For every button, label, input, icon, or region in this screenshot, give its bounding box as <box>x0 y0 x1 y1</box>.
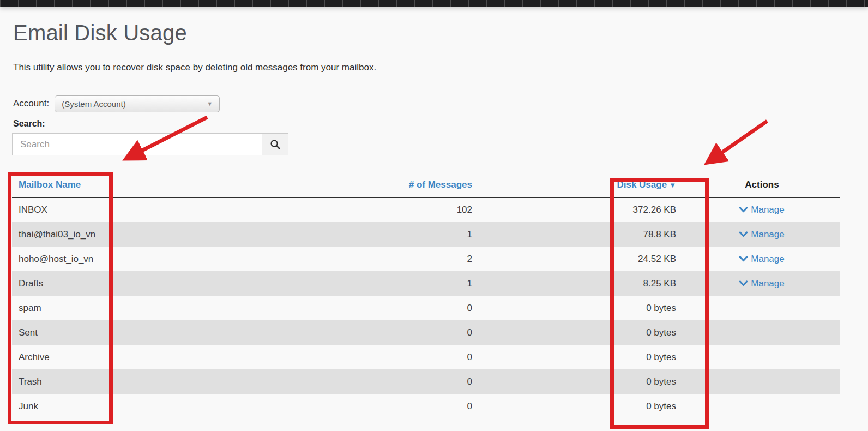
page-description: This utility allows you to recover disk … <box>13 62 840 73</box>
email-disk-usage-page: Email Disk Usage This utility allows you… <box>0 7 868 418</box>
search-group <box>12 133 288 155</box>
chevron-down-icon <box>739 205 748 216</box>
actions-cell <box>709 394 840 418</box>
mailbox-name-cell: spam <box>12 296 192 320</box>
manage-link[interactable]: Manage <box>739 229 784 240</box>
disk-usage-cell: 78.8 KB <box>480 222 709 247</box>
mailbox-table: Mailbox Name # of Messages Disk Usage▼ A… <box>12 175 840 418</box>
account-label: Account: <box>13 98 49 109</box>
messages-cell: 0 <box>192 369 480 394</box>
manage-link[interactable]: Manage <box>739 205 784 216</box>
manage-label: Manage <box>751 278 784 289</box>
actions-cell: Manage <box>709 197 840 222</box>
messages-cell: 0 <box>192 296 480 320</box>
top-bar <box>0 0 868 7</box>
disk-usage-cell: 0 bytes <box>480 369 709 394</box>
mailbox-name-cell: INBOX <box>12 197 192 222</box>
disk-usage-cell: 0 bytes <box>480 345 709 369</box>
mailbox-name-cell: Junk <box>12 394 192 418</box>
messages-cell: 0 <box>192 320 480 345</box>
table-row: Sent 0 0 bytes <box>12 320 840 345</box>
messages-cell: 1 <box>192 222 480 247</box>
actions-cell: Manage <box>709 222 840 247</box>
chevron-down-icon <box>739 278 748 289</box>
dropdown-arrow-icon: ▼ <box>207 100 213 107</box>
manage-link[interactable]: Manage <box>739 278 784 289</box>
messages-cell: 0 <box>192 394 480 418</box>
account-dropdown-value: (System Account) <box>62 99 126 109</box>
manage-label: Manage <box>751 229 784 240</box>
table-row: spam 0 0 bytes <box>12 296 840 320</box>
mailbox-name-cell: Drafts <box>12 271 192 296</box>
sort-desc-icon: ▼ <box>669 181 676 189</box>
messages-cell: 2 <box>192 247 480 271</box>
account-dropdown[interactable]: (System Account) ▼ <box>55 95 220 112</box>
table-header-row: Mailbox Name # of Messages Disk Usage▼ A… <box>12 175 840 197</box>
disk-usage-cell: 24.52 KB <box>480 247 709 271</box>
mailbox-name-cell: Archive <box>12 345 192 369</box>
disk-usage-cell: 0 bytes <box>480 320 709 345</box>
column-header-actions: Actions <box>709 175 840 197</box>
account-row: Account: (System Account) ▼ <box>13 95 840 112</box>
column-header-disk-usage[interactable]: Disk Usage▼ <box>480 175 709 197</box>
table-row: Archive 0 0 bytes <box>12 345 840 369</box>
messages-cell: 0 <box>192 345 480 369</box>
search-input[interactable] <box>12 133 262 155</box>
mailbox-name-cell: Trash <box>12 369 192 394</box>
search-label: Search: <box>13 119 840 129</box>
mailbox-name-cell: Sent <box>12 320 192 345</box>
search-button[interactable] <box>262 133 288 155</box>
disk-usage-cell: 8.25 KB <box>480 271 709 296</box>
actions-cell <box>709 320 840 345</box>
chevron-down-icon <box>739 229 748 240</box>
disk-usage-cell: 0 bytes <box>480 394 709 418</box>
disk-usage-cell: 372.26 KB <box>480 197 709 222</box>
column-header-messages[interactable]: # of Messages <box>192 175 480 197</box>
table-row: thai@thai03_io_vn 1 78.8 KB Manage <box>12 222 840 247</box>
table-row: Junk 0 0 bytes <box>12 394 840 418</box>
actions-cell <box>709 369 840 394</box>
mailbox-name-cell: hoho@host_io_vn <box>12 247 192 271</box>
table-row: hoho@host_io_vn 2 24.52 KB Manage <box>12 247 840 271</box>
mailbox-name-cell: thai@thai03_io_vn <box>12 222 192 247</box>
page-title: Email Disk Usage <box>13 20 840 45</box>
disk-usage-cell: 0 bytes <box>480 296 709 320</box>
manage-label: Manage <box>751 254 784 265</box>
actions-cell: Manage <box>709 247 840 271</box>
manage-link[interactable]: Manage <box>739 254 784 265</box>
table-row: Drafts 1 8.25 KB Manage <box>12 271 840 296</box>
magnifier-icon <box>270 139 280 149</box>
actions-cell <box>709 296 840 320</box>
messages-cell: 102 <box>192 197 480 222</box>
chevron-down-icon <box>739 254 748 265</box>
actions-cell <box>709 345 840 369</box>
manage-label: Manage <box>751 205 784 216</box>
mailbox-table-body: INBOX 102 372.26 KB Manage thai@thai03_i… <box>12 197 840 418</box>
table-row: INBOX 102 372.26 KB Manage <box>12 197 840 222</box>
actions-cell: Manage <box>709 271 840 296</box>
messages-cell: 1 <box>192 271 480 296</box>
column-header-mailbox-name[interactable]: Mailbox Name <box>12 175 192 197</box>
table-row: Trash 0 0 bytes <box>12 369 840 394</box>
